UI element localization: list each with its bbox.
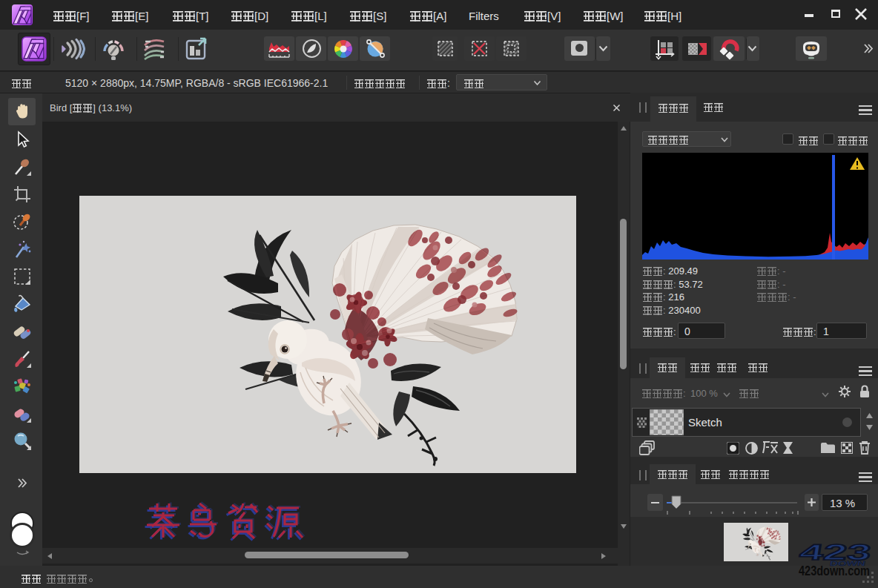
svg-text:423down.com: 423down.com (799, 564, 870, 578)
